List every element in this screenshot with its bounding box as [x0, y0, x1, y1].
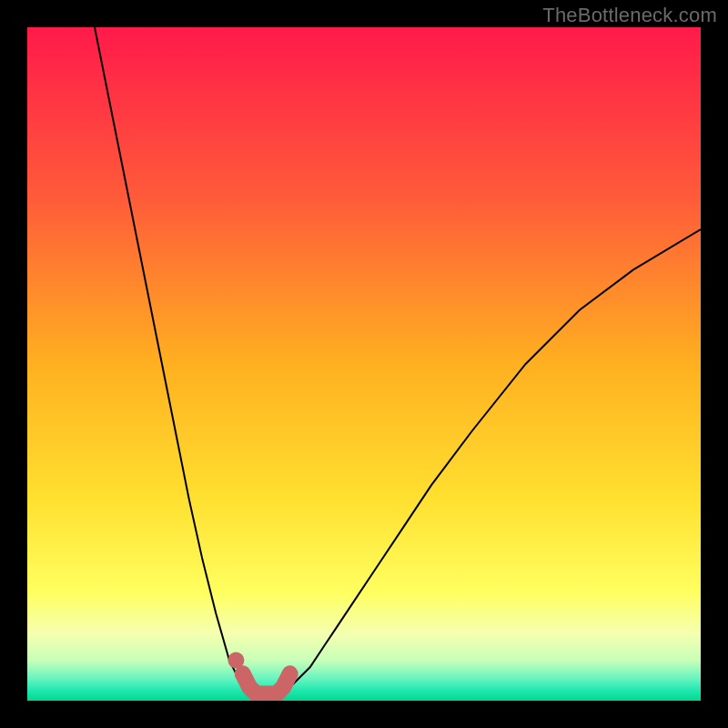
- left-curve-line: [95, 27, 257, 694]
- watermark-text: TheBottleneck.com: [542, 4, 717, 27]
- outer-frame: TheBottleneck.com: [0, 0, 728, 728]
- valley-highlight-line: [243, 673, 290, 693]
- highlight-start-dot: [228, 652, 244, 669]
- chart-plot-area: [27, 27, 701, 701]
- right-curve-line: [283, 229, 701, 694]
- chart-overlay: [27, 27, 701, 701]
